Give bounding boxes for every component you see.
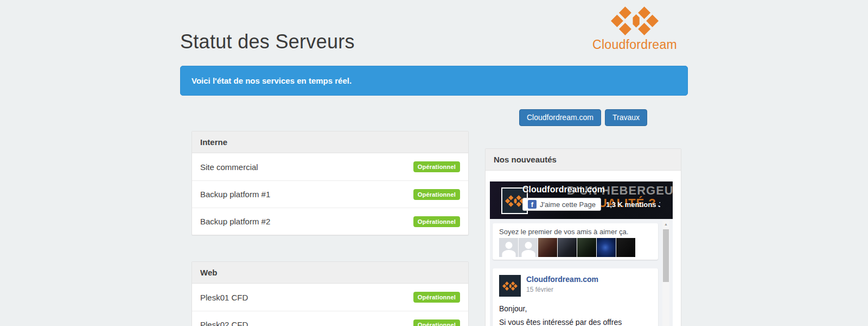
fb-friends-card: Soyez le premier de vos amis à aimer ça.: [493, 223, 658, 260]
fb-post-greeting: Bonjour,: [499, 304, 652, 314]
news-panel: Nos nouveautés D'UN HEBERGEUR DE QUALITÉ…: [485, 148, 681, 326]
status-page: Cloudfordream Statut des Serveurs Voici …: [180, 0, 688, 326]
fb-post-avatar: [499, 275, 521, 297]
co-diamonds-icon: [502, 281, 518, 291]
fb-page-name[interactable]: Cloudfordream.com: [522, 185, 605, 195]
avatar-photo: [577, 238, 596, 257]
co-diamonds-icon: [611, 7, 659, 35]
travaux-button[interactable]: Travaux: [605, 109, 647, 126]
fb-timeline: Soyez le premier de vos amis à aimer ça.: [490, 219, 673, 326]
news-panel-title: Nos nouveautés: [486, 149, 681, 171]
fb-like-count: 1,3 K mentions J'ai: [606, 200, 660, 209]
fb-like-button[interactable]: f J'aime cette Page: [522, 198, 601, 211]
fb-scrollbar[interactable]: ▲: [662, 221, 669, 326]
brand-logo[interactable]: Cloudfordream: [591, 7, 678, 52]
service-group-web: Web Plesk01 CFD Opérationnel Plesk02 CFD…: [192, 261, 469, 326]
news-column: Nos nouveautés D'UN HEBERGEUR DE QUALITÉ…: [476, 148, 688, 326]
service-name: Backup platform #2: [200, 217, 270, 226]
service-name: Plesk01 CFD: [200, 293, 248, 302]
fb-cover-image: D'UN HEBERGEUR DE QUALITÉ ?: [490, 181, 673, 219]
avatar-photo: [597, 238, 616, 257]
avatar-placeholder: [499, 238, 518, 257]
status-badge: Opérationnel: [413, 161, 460, 172]
avatar-photo: [616, 238, 635, 257]
avatar-placeholder: [519, 238, 538, 257]
main-content: Interne Site commercial Opérationnel Bac…: [180, 131, 688, 326]
status-badge: Opérationnel: [413, 319, 460, 326]
cloudfordream-site-button[interactable]: Cloudfordream.com: [519, 109, 601, 126]
service-row: Plesk01 CFD Opérationnel: [192, 284, 468, 311]
facebook-widget: D'UN HEBERGEUR DE QUALITÉ ?: [486, 171, 681, 326]
service-row: Plesk02 CFD Opérationnel: [192, 311, 468, 326]
status-badge: Opérationnel: [413, 292, 460, 303]
group-title-web: Web: [192, 262, 468, 284]
status-badge: Opérationnel: [413, 216, 460, 227]
service-name: Backup platform #1: [200, 190, 270, 199]
service-name: Plesk02 CFD: [200, 320, 248, 326]
fb-friend-avatars: [499, 238, 653, 257]
scrollbar-thumb[interactable]: [663, 229, 669, 282]
fb-post-date: 15 février: [526, 286, 598, 293]
status-badge: Opérationnel: [413, 189, 460, 200]
avatar-photo: [538, 238, 557, 257]
fb-like-button-label: J'aime cette Page: [540, 200, 596, 209]
co-diamonds-icon: [505, 195, 525, 207]
service-name: Site commercial: [200, 162, 258, 172]
service-row: Site commercial Opérationnel: [192, 153, 468, 180]
toolbar: Cloudfordream.com Travaux: [180, 109, 688, 126]
service-row: Backup platform #2 Opérationnel: [192, 208, 468, 235]
fb-post-author[interactable]: Cloudfordream.com: [526, 275, 598, 284]
brand-name: Cloudfordream: [591, 37, 678, 52]
scrollbar-up-arrow-icon[interactable]: ▲: [662, 221, 669, 228]
avatar-photo: [558, 238, 577, 257]
fb-friends-prompt: Soyez le premier de vos amis à aimer ça.: [499, 228, 653, 236]
status-alert-text: Voici l'état de nos services en temps ré…: [192, 76, 352, 85]
fb-post: Cloudfordream.com 15 février Bonjour, Si…: [493, 268, 658, 326]
group-title-interne: Interne: [192, 131, 468, 153]
services-column: Interne Site commercial Opérationnel Bac…: [180, 131, 476, 326]
service-group-interne: Interne Site commercial Opérationnel Bac…: [192, 131, 469, 235]
service-row: Backup platform #1 Opérationnel: [192, 180, 468, 208]
status-alert: Voici l'état de nos services en temps ré…: [180, 66, 688, 96]
fb-post-body: Si vous êtes intéressé par des offres Ho…: [499, 318, 652, 326]
facebook-icon: f: [528, 200, 537, 209]
